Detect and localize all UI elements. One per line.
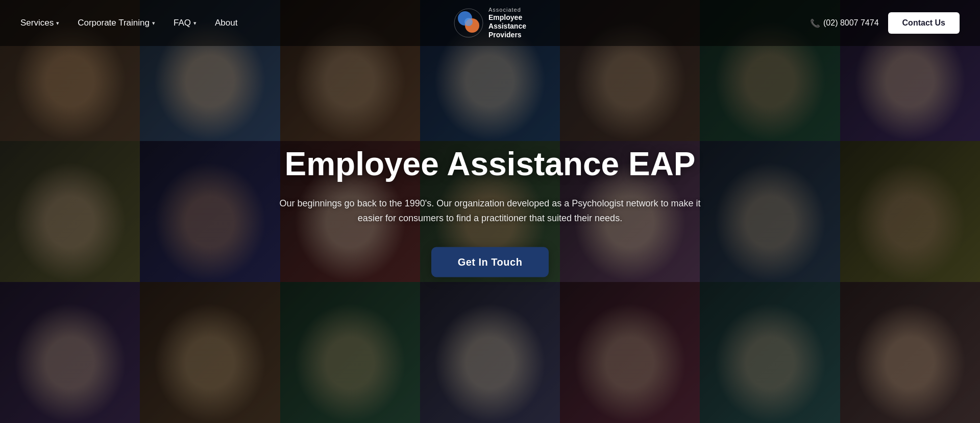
phone-icon: 📞 [810, 18, 820, 28]
svg-point-3 [464, 18, 473, 26]
phone-number: (02) 8007 7474 [823, 18, 879, 28]
logo-associated: Associated [488, 7, 526, 13]
logo-line2: Assistance [488, 22, 526, 31]
nav-services-label: Services [20, 18, 54, 28]
nav-faq[interactable]: FAQ ▾ [174, 18, 197, 28]
nav-faq-label: FAQ [174, 18, 191, 28]
nav-services[interactable]: Services ▾ [20, 18, 59, 28]
contact-us-button[interactable]: Contact Us [888, 12, 960, 34]
nav-corporate-training-label: Corporate Training [78, 18, 150, 28]
hero-title: Employee Assistance EAP [271, 146, 709, 182]
nav-right: 📞 (02) 8007 7474 Contact Us [810, 12, 960, 34]
phone-link[interactable]: 📞 (02) 8007 7474 [810, 18, 879, 28]
site-logo[interactable]: Associated Employee Assistance Providers [454, 7, 526, 39]
hero-content: Employee Assistance EAP Our beginnings g… [260, 146, 720, 277]
hero-section: Services ▾ Corporate Training ▾ FAQ ▾ Ab… [0, 0, 980, 423]
logo-icon [454, 8, 483, 38]
logo-line3: Providers [488, 31, 526, 39]
nav-about[interactable]: About [215, 18, 237, 28]
nav-left: Services ▾ Corporate Training ▾ FAQ ▾ Ab… [20, 18, 237, 28]
nav-about-label: About [215, 18, 237, 28]
faq-chevron-icon: ▾ [193, 20, 197, 27]
logo-text: Associated Employee Assistance Providers [488, 7, 526, 39]
corporate-training-chevron-icon: ▾ [152, 20, 155, 27]
logo-line1: Employee [488, 13, 526, 22]
services-chevron-icon: ▾ [56, 20, 59, 27]
nav-corporate-training[interactable]: Corporate Training ▾ [78, 18, 155, 28]
navbar: Services ▾ Corporate Training ▾ FAQ ▾ Ab… [0, 0, 980, 46]
hero-subtitle: Our beginnings go back to the 1990's. Ou… [271, 196, 709, 226]
get-in-touch-button[interactable]: Get In Touch [431, 247, 549, 277]
